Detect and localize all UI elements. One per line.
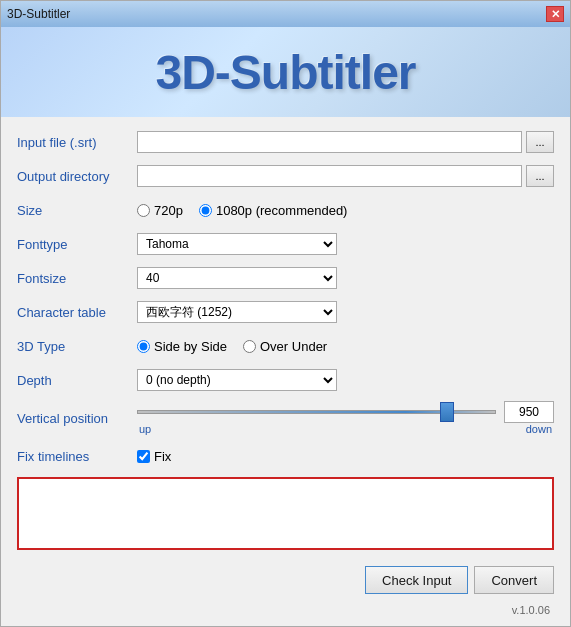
titlebar: 3D-Subtitler ✕ (1, 1, 570, 27)
size-1080p-option[interactable]: 1080p (recommended) (199, 203, 348, 218)
input-file-label: Input file (.srt) (17, 135, 137, 150)
size-1080p-label: 1080p (recommended) (216, 203, 348, 218)
vertical-position-label: Vertical position (17, 411, 137, 426)
footer-row: Check Input Convert (17, 562, 554, 596)
over-under-radio[interactable] (243, 340, 256, 353)
slider-down-label: down (526, 423, 552, 435)
fonttype-label: Fonttype (17, 237, 137, 252)
fontsize-label: Fontsize (17, 271, 137, 286)
fontsize-select[interactable]: 40 32 48 56 (137, 267, 337, 289)
size-720p-radio[interactable] (137, 204, 150, 217)
fontsize-row: Fontsize 40 32 48 56 (17, 265, 554, 291)
fix-timelines-control: Fix (137, 449, 554, 464)
input-file-control: ... (137, 131, 554, 153)
depth-control: 0 (no depth) 1 2 3 4 5 (137, 369, 554, 391)
vertical-position-control: up down (137, 401, 554, 435)
vertical-position-row: Vertical position up down (17, 401, 554, 435)
size-720p-label: 720p (154, 203, 183, 218)
type-3d-row: 3D Type Side by Side Over Under (17, 333, 554, 359)
size-1080p-radio[interactable] (199, 204, 212, 217)
output-dir-control: ... (137, 165, 554, 187)
main-window: 3D-Subtitler ✕ 3D-Subtitler Input file (… (0, 0, 571, 627)
input-file-field[interactable] (137, 131, 522, 153)
vertical-position-slider[interactable] (137, 410, 496, 414)
version-text: v.1.0.06 (17, 604, 554, 618)
close-button[interactable]: ✕ (546, 6, 564, 22)
check-input-button[interactable]: Check Input (365, 566, 468, 594)
type-3d-label: 3D Type (17, 339, 137, 354)
vertical-position-value-input[interactable] (504, 401, 554, 423)
output-dir-row: Output directory ... (17, 163, 554, 189)
log-area (17, 477, 554, 550)
form-content: Input file (.srt) ... Output directory .… (1, 117, 570, 626)
fontsize-control: 40 32 48 56 (137, 267, 554, 289)
slider-up-label: up (139, 423, 151, 435)
fix-timelines-label: Fix timelines (17, 449, 137, 464)
input-file-row: Input file (.srt) ... (17, 129, 554, 155)
depth-row: Depth 0 (no depth) 1 2 3 4 5 (17, 367, 554, 393)
slider-labels: up down (137, 423, 554, 435)
fonttype-select[interactable]: Tahoma Arial Times New Roman Verdana (137, 233, 337, 255)
size-label: Size (17, 203, 137, 218)
size-control: 720p 1080p (recommended) (137, 203, 554, 218)
fix-checkbox-label[interactable]: Fix (137, 449, 171, 464)
size-720p-option[interactable]: 720p (137, 203, 183, 218)
character-table-row: Character table 西欧字符 (1252) UTF-8 GB2312 (17, 299, 554, 325)
depth-select[interactable]: 0 (no depth) 1 2 3 4 5 (137, 369, 337, 391)
input-file-browse-button[interactable]: ... (526, 131, 554, 153)
slider-row (137, 401, 554, 423)
character-table-control: 西欧字符 (1252) UTF-8 GB2312 (137, 301, 554, 323)
output-dir-field[interactable] (137, 165, 522, 187)
fonttype-control: Tahoma Arial Times New Roman Verdana (137, 233, 554, 255)
fonttype-row: Fonttype Tahoma Arial Times New Roman Ve… (17, 231, 554, 257)
fix-label: Fix (154, 449, 171, 464)
convert-button[interactable]: Convert (474, 566, 554, 594)
fix-timelines-row: Fix timelines Fix (17, 443, 554, 469)
character-table-label: Character table (17, 305, 137, 320)
depth-label: Depth (17, 373, 137, 388)
side-by-side-radio[interactable] (137, 340, 150, 353)
character-table-select[interactable]: 西欧字符 (1252) UTF-8 GB2312 (137, 301, 337, 323)
banner: 3D-Subtitler (1, 27, 570, 117)
app-title: 3D-Subtitler (155, 45, 415, 100)
over-under-option[interactable]: Over Under (243, 339, 327, 354)
slider-container: up down (137, 401, 554, 435)
side-by-side-option[interactable]: Side by Side (137, 339, 227, 354)
over-under-label: Over Under (260, 339, 327, 354)
window-title: 3D-Subtitler (7, 7, 70, 21)
fix-checkbox[interactable] (137, 450, 150, 463)
type-3d-control: Side by Side Over Under (137, 339, 554, 354)
output-dir-browse-button[interactable]: ... (526, 165, 554, 187)
output-dir-label: Output directory (17, 169, 137, 184)
size-row: Size 720p 1080p (recommended) (17, 197, 554, 223)
side-by-side-label: Side by Side (154, 339, 227, 354)
